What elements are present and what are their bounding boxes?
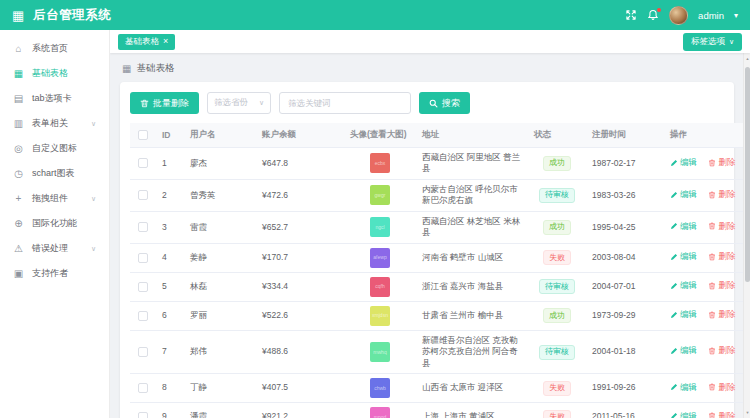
- edit-button[interactable]: 编辑: [670, 411, 697, 418]
- sidebar: ⌂ 系统首页 ▦ 基础表格 ▤ tab选项卡 ▥ 表单相关 ∨ ◎ 自定义图标 …: [0, 30, 110, 418]
- row-checkbox[interactable]: [138, 383, 148, 393]
- document-icon: ▤: [13, 93, 24, 104]
- avatar-thumbnail[interactable]: cqfh: [370, 277, 390, 297]
- keyword-input[interactable]: [279, 92, 411, 114]
- data-table: ID 用户名 账户余额 头像(查看大图) 地址 状态 注册时间 操作: [130, 123, 746, 418]
- sidebar-item-support-author[interactable]: ▣ 支持作者: [0, 261, 109, 286]
- edit-button[interactable]: 编辑: [670, 189, 697, 200]
- table-row: 9 潘霞 ¥921.2 mpqd 上海 上海市 黄浦区 失败 2011-05-1…: [130, 403, 746, 418]
- tab-close-icon[interactable]: ×: [163, 37, 168, 46]
- table-row: 5 林磊 ¥334.4 cqfh 浙江省 嘉兴市 海盐县 待审核 2004-07…: [130, 272, 746, 301]
- scrollbar[interactable]: ▲ ▼: [743, 53, 750, 418]
- row-checkbox[interactable]: [138, 311, 148, 321]
- table-icon: ▦: [13, 68, 24, 79]
- edit-button[interactable]: 编辑: [670, 345, 697, 356]
- delete-button[interactable]: 删除: [708, 221, 735, 232]
- delete-button[interactable]: 删除: [708, 411, 735, 418]
- scrollbar-thumb[interactable]: [745, 67, 750, 282]
- status-badge: 失败: [543, 250, 571, 265]
- status-badge: 成功: [543, 220, 571, 235]
- delete-button[interactable]: 删除: [708, 382, 735, 393]
- app-title: 后台管理系统: [33, 7, 111, 24]
- province-select[interactable]: 筛选省份 ∨: [207, 92, 271, 114]
- scrollbar-up-icon[interactable]: ▲: [744, 56, 750, 61]
- edit-button[interactable]: 编辑: [670, 309, 697, 320]
- form-icon: ▥: [13, 118, 24, 129]
- cell-username: 姜静: [184, 243, 256, 272]
- row-checkbox[interactable]: [138, 158, 148, 168]
- avatar-thumbnail[interactable]: xmjdsn: [370, 306, 390, 326]
- table-card: 批量删除 筛选省份 ∨ 搜索: [120, 82, 734, 418]
- tag-options-button[interactable]: 标签选项 ∨: [683, 33, 742, 51]
- column-avatar: 头像(查看大图): [344, 123, 416, 148]
- pencil-icon: [670, 347, 678, 355]
- sidebar-item-i18n[interactable]: ⊕ 国际化功能: [0, 211, 109, 236]
- cell-date: 1987-02-17: [586, 148, 664, 180]
- sidebar-item-drag[interactable]: + 拖拽组件 ∨: [0, 186, 109, 211]
- menu-grid-icon[interactable]: ▦: [12, 9, 24, 22]
- fullscreen-icon[interactable]: [625, 9, 637, 21]
- scrollbar-down-icon[interactable]: ▼: [744, 410, 750, 415]
- cell-balance: ¥647.8: [256, 148, 344, 180]
- delete-button[interactable]: 删除: [708, 280, 735, 291]
- cell-id: 3: [156, 211, 184, 243]
- trash-icon: [708, 383, 716, 391]
- delete-button[interactable]: 删除: [708, 251, 735, 262]
- cell-id: 9: [156, 403, 184, 418]
- status-badge: 失败: [543, 381, 571, 396]
- delete-button[interactable]: 删除: [708, 189, 735, 200]
- edit-button[interactable]: 编辑: [670, 280, 697, 291]
- avatar-thumbnail[interactable]: mwhq: [370, 342, 390, 362]
- edit-button[interactable]: 编辑: [670, 251, 697, 262]
- delete-button[interactable]: 删除: [708, 157, 735, 168]
- avatar-thumbnail[interactable]: chwb: [370, 378, 390, 398]
- cell-balance: ¥522.6: [256, 301, 344, 330]
- avatar-thumbnail[interactable]: gwgr: [370, 185, 390, 205]
- row-checkbox[interactable]: [138, 222, 148, 232]
- delete-button[interactable]: 删除: [708, 345, 735, 356]
- sidebar-item-custom-icons[interactable]: ◎ 自定义图标: [0, 136, 109, 161]
- chevron-down-icon: ∨: [91, 120, 96, 128]
- top-header: ▦ 后台管理系统 admin ▾: [0, 0, 750, 30]
- cell-balance: ¥921.2: [256, 403, 344, 418]
- table-icon: ▦: [122, 63, 131, 74]
- sidebar-item-forms[interactable]: ▥ 表单相关 ∨: [0, 111, 109, 136]
- row-checkbox[interactable]: [138, 282, 148, 292]
- warning-icon: ⚠: [13, 243, 24, 254]
- search-icon: [429, 99, 438, 108]
- select-all-checkbox[interactable]: [138, 130, 148, 140]
- trash-icon: [708, 347, 716, 355]
- batch-delete-button[interactable]: 批量删除: [130, 92, 199, 114]
- cell-id: 6: [156, 301, 184, 330]
- avatar-thumbnail[interactable]: afewp: [370, 248, 390, 268]
- sidebar-item-basic-table[interactable]: ▦ 基础表格: [0, 61, 109, 86]
- row-checkbox[interactable]: [138, 347, 148, 357]
- cell-address: 浙江省 嘉兴市 海盐县: [416, 272, 528, 301]
- avatar-thumbnail[interactable]: ngcl: [370, 217, 390, 237]
- delete-button[interactable]: 删除: [708, 309, 735, 320]
- edit-button[interactable]: 编辑: [670, 221, 697, 232]
- user-name[interactable]: admin: [698, 10, 724, 21]
- row-checkbox[interactable]: [138, 253, 148, 263]
- row-checkbox[interactable]: [138, 190, 148, 200]
- sidebar-item-errors[interactable]: ⚠ 错误处理 ∨: [0, 236, 109, 261]
- chevron-down-icon: ∨: [259, 99, 264, 107]
- sidebar-item-schart[interactable]: ◷ schart图表: [0, 161, 109, 186]
- cell-date: 2004-07-01: [586, 272, 664, 301]
- user-menu-chevron-icon[interactable]: ▾: [734, 11, 738, 20]
- avatar-thumbnail[interactable]: ecbx: [370, 153, 390, 173]
- tab-basic-table[interactable]: 基础表格 ×: [118, 34, 175, 50]
- table-row: 4 姜静 ¥170.7 afewp 河南省 鹤壁市 山城区 失败 2003-08…: [130, 243, 746, 272]
- main-area: 基础表格 × 标签选项 ∨ ▦ 基础表格 批量删除: [110, 30, 750, 418]
- cell-balance: ¥170.7: [256, 243, 344, 272]
- avatar-thumbnail[interactable]: mpqd: [370, 407, 390, 418]
- sidebar-item-home[interactable]: ⌂ 系统首页: [0, 36, 109, 61]
- user-avatar[interactable]: [669, 6, 688, 25]
- edit-button[interactable]: 编辑: [670, 157, 697, 168]
- row-checkbox[interactable]: [138, 412, 148, 418]
- notification-bell-icon[interactable]: [647, 9, 659, 21]
- search-button[interactable]: 搜索: [419, 92, 470, 114]
- trash-icon: [708, 412, 716, 418]
- sidebar-item-tabs[interactable]: ▤ tab选项卡: [0, 86, 109, 111]
- edit-button[interactable]: 编辑: [670, 382, 697, 393]
